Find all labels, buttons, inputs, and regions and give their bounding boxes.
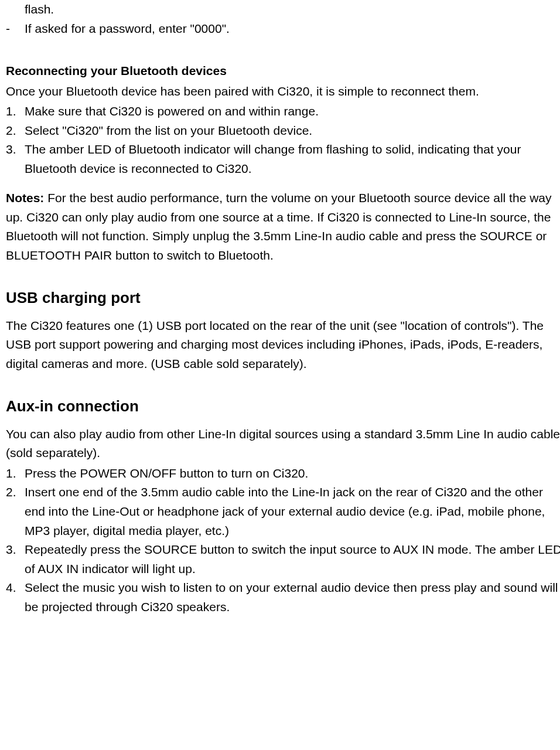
list-item: 1. Make sure that Ci320 is powered on an…: [6, 102, 560, 121]
reconnect-item-1: Make sure that Ci320 is powered on and w…: [25, 102, 560, 121]
number-marker: 1.: [6, 102, 25, 121]
aux-item-1: Press the POWER ON/OFF button to turn on…: [25, 464, 560, 483]
number-marker: 2.: [6, 121, 25, 141]
intro-flash-row: flash.: [6, 0, 560, 19]
reconnect-heading: Reconnecting your Bluetooth devices: [6, 62, 560, 81]
notes-text: For the best audio performance, turn the…: [6, 191, 552, 262]
aux-item-2: Insert one end of the 3.5mm audio cable …: [25, 483, 560, 540]
number-marker: 1.: [6, 464, 25, 483]
aux-heading: Aux-in connection: [6, 394, 560, 418]
intro-password: If asked for a password, enter "0000".: [25, 19, 560, 39]
notes-label: Notes:: [6, 191, 44, 204]
aux-lead: You can also play audio from other Line-…: [6, 425, 560, 463]
list-item: 2. Select "Ci320" from the list on your …: [6, 121, 560, 141]
notes-paragraph: Notes: For the best audio performance, t…: [6, 189, 560, 265]
reconnect-item-3: The amber LED of Bluetooth indicator wil…: [25, 140, 560, 178]
number-marker: 4.: [6, 578, 25, 598]
list-item: 2. Insert one end of the 3.5mm audio cab…: [6, 483, 560, 540]
number-marker: 3.: [6, 540, 25, 560]
usb-text: The Ci320 features one (1) USB port loca…: [6, 316, 560, 374]
aux-item-4: Select the music you wish to listen to o…: [25, 578, 560, 616]
intro-flash: flash.: [25, 0, 560, 19]
dash-marker: -: [6, 19, 25, 39]
reconnect-lead: Once your Bluetooth device has been pair…: [6, 82, 560, 101]
reconnect-list: 1. Make sure that Ci320 is powered on an…: [6, 102, 560, 178]
aux-item-3: Repeatedly press the SOURCE button to sw…: [25, 540, 560, 578]
list-item: 3. The amber LED of Bluetooth indicator …: [6, 140, 560, 178]
reconnect-item-2: Select "Ci320" from the list on your Blu…: [25, 121, 560, 141]
intro-dash-row: - If asked for a password, enter "0000".: [6, 19, 560, 39]
usb-heading: USB charging port: [6, 286, 560, 309]
list-item: 3. Repeatedly press the SOURCE button to…: [6, 540, 560, 578]
aux-list: 1. Press the POWER ON/OFF button to turn…: [6, 464, 560, 616]
list-item: 1. Press the POWER ON/OFF button to turn…: [6, 464, 560, 483]
list-item: 4. Select the music you wish to listen t…: [6, 578, 560, 616]
number-marker: 2.: [6, 483, 25, 502]
number-marker: 3.: [6, 140, 25, 159]
